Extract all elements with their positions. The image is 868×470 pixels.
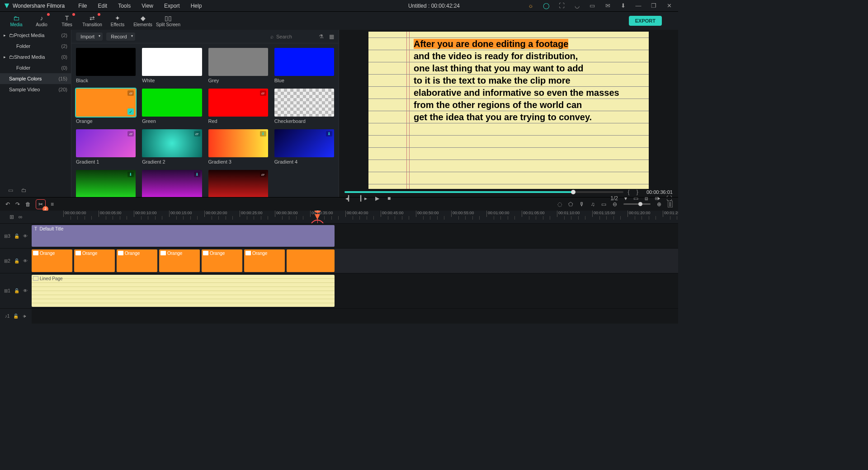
tab-transition[interactable]: ⇄Transition (80, 12, 105, 29)
thumb-gradient-3[interactable]: ⬇Gradient 3 (208, 129, 268, 164)
document-title: Untitled : 00:00:42:24 (408, 3, 460, 9)
lock-icon[interactable]: 🔓 (14, 288, 19, 293)
sidebar-item-folder[interactable]: Folder(2) (0, 41, 71, 52)
app-name: Wondershare Filmora (13, 3, 65, 9)
import-dropdown[interactable]: Import (76, 33, 103, 41)
export-button[interactable]: EXPORT (629, 16, 662, 26)
zoom-fit-icon[interactable]: || (668, 201, 673, 207)
playhead[interactable]: 1 ✂ (317, 211, 318, 223)
menu-edit[interactable]: Edit (94, 1, 112, 10)
link-icon[interactable]: ∞ (19, 214, 23, 220)
orange-clip[interactable]: Orange (202, 249, 242, 272)
save-icon[interactable]: ▭ (587, 0, 598, 11)
tab-audio[interactable]: ♪Audio (29, 12, 54, 29)
split-button[interactable]: ✂2 (36, 200, 45, 209)
tab-titles[interactable]: TTitles (54, 12, 80, 29)
ribbon: 🗀Media♪AudioTTitles⇄Transition✦Effects◆E… (0, 12, 678, 30)
grid-view-icon[interactable]: ▦ (329, 33, 334, 40)
mute-icon[interactable]: 🕩 (22, 314, 27, 319)
thumb-orange[interactable]: ▱✓Orange (76, 89, 136, 124)
thumb-white[interactable]: White (142, 48, 202, 83)
account-icon[interactable]: ◡ (571, 0, 582, 11)
menu-file[interactable]: File (74, 1, 91, 10)
thumb-checkerboard[interactable]: Checkerboard (274, 89, 334, 124)
lock-icon[interactable]: 🔓 (14, 234, 19, 239)
sidebar-item-sample-video[interactable]: Sample Video(20) (0, 84, 71, 95)
next-frame-icon[interactable]: ▎▸ (360, 195, 367, 202)
tips-icon[interactable]: ☼ (525, 0, 536, 11)
sidebar-item-shared-media[interactable]: ▸🗀 Shared Media(0) (0, 52, 71, 62)
visibility-icon[interactable]: 👁 (23, 258, 28, 263)
crop-icon[interactable]: ▭ (601, 201, 606, 207)
thumb-gradient-2[interactable]: ▱Gradient 2 (142, 129, 202, 164)
maximize-icon[interactable]: ❐ (648, 0, 659, 11)
edit-icon[interactable]: ≡ (51, 201, 54, 207)
orange-clip[interactable]: Orange (32, 249, 72, 272)
media-panel: Import Record ⌕ ⚗ ▦ BlackWhiteGreyBlue▱✓… (71, 30, 339, 197)
lock-icon[interactable]: 🔓 (14, 258, 19, 263)
menu-export[interactable]: Export (160, 1, 184, 10)
thumb-gradient[interactable]: ⬇ (142, 170, 202, 197)
support-icon[interactable]: ◯ (541, 0, 552, 11)
render-icon[interactable]: ◌ (557, 201, 562, 207)
zoom-out-icon[interactable]: ⊖ (613, 201, 617, 207)
folder-icon[interactable]: 🗀 (21, 187, 27, 193)
tab-elements[interactable]: ◆Elements (130, 12, 156, 29)
media-sidebar: ▸🗀 Project Media(2)Folder(2)▸🗀 Shared Me… (0, 30, 71, 197)
thumb-gradient[interactable]: ▱ (208, 170, 268, 197)
tab-media[interactable]: 🗀Media (4, 12, 29, 29)
zoom-slider[interactable] (623, 203, 651, 205)
orange-clip[interactable]: Orange (117, 249, 157, 272)
search-input[interactable] (276, 34, 312, 39)
scrub-bar[interactable]: { } 00:00:36:01 (344, 189, 673, 195)
gift-icon[interactable]: ⛶ (556, 0, 567, 11)
undo-icon[interactable]: ↶ (5, 201, 10, 207)
thumb-red[interactable]: ▱Red (208, 89, 268, 124)
zoom-in-icon[interactable]: ⊕ (657, 201, 661, 207)
thumb-green[interactable]: Green (142, 89, 202, 124)
tab-effects[interactable]: ✦Effects (105, 12, 130, 29)
redo-icon[interactable]: ↷ (15, 201, 20, 207)
thumb-grey[interactable]: Grey (208, 48, 268, 83)
orange-clip[interactable]: Orange (74, 249, 115, 272)
lined-page-clip[interactable]: Lined Page (32, 275, 335, 307)
audio-mixer-icon[interactable]: ♫ (591, 201, 595, 207)
sidebar-item-sample-colors[interactable]: Sample Colors(15) (0, 73, 71, 84)
tab-split-screen[interactable]: ▯▯Split Screen (156, 12, 181, 29)
titlebar: Wondershare Filmora FileEditToolsViewExp… (0, 0, 678, 12)
orange-clip[interactable]: Orange (159, 249, 200, 272)
thumb-black[interactable]: Black (76, 48, 136, 83)
menubar: FileEditToolsViewExportHelp (74, 1, 206, 10)
thumb-gradient[interactable]: ⬇ (76, 170, 136, 197)
title-clip[interactable]: T Default Title (32, 225, 335, 247)
stop-icon[interactable]: ■ (387, 195, 391, 202)
new-folder-icon[interactable]: ▭ (8, 187, 13, 193)
sidebar-item-project-media[interactable]: ▸🗀 Project Media(2) (0, 30, 71, 41)
orange-clip[interactable]: Orange (244, 249, 285, 272)
minimize-icon[interactable]: — (633, 0, 644, 11)
track-1: ⊞1🔓👁 Lined Page (0, 273, 678, 308)
timeline-mode-icon[interactable]: ⊞ (9, 214, 14, 220)
play-icon[interactable]: ▶ (375, 195, 379, 202)
menu-help[interactable]: Help (186, 1, 207, 10)
sidebar-item-folder[interactable]: Folder(0) (0, 62, 71, 73)
message-icon[interactable]: ✉ (602, 0, 613, 11)
marker-icon[interactable]: ⬠ (568, 201, 573, 207)
download-icon[interactable]: ⬇ (618, 0, 628, 11)
delete-icon[interactable]: 🗑 (25, 201, 31, 207)
close-icon[interactable]: ✕ (664, 0, 675, 11)
prev-frame-icon[interactable]: ◂▎ (345, 195, 352, 202)
thumb-gradient-4[interactable]: ⬇Gradient 4 (274, 129, 334, 164)
lock-icon[interactable]: 🔓 (13, 314, 19, 319)
record-dropdown[interactable]: Record (106, 33, 135, 41)
visibility-icon[interactable]: 👁 (23, 288, 28, 293)
menu-tools[interactable]: Tools (113, 1, 135, 10)
timeline-ruler[interactable]: 1 ✂ 00:00:00:0000:00:05:0000:00:10:0000:… (63, 211, 678, 223)
voiceover-icon[interactable]: 🎙 (579, 201, 585, 207)
filter-icon[interactable]: ⚗ (319, 33, 324, 40)
menu-view[interactable]: View (137, 1, 158, 10)
mark-brackets[interactable]: { } (628, 189, 641, 195)
visibility-icon[interactable]: 👁 (23, 234, 28, 239)
thumb-gradient-1[interactable]: ▱Gradient 1 (76, 129, 136, 164)
thumb-blue[interactable]: Blue (274, 48, 334, 83)
